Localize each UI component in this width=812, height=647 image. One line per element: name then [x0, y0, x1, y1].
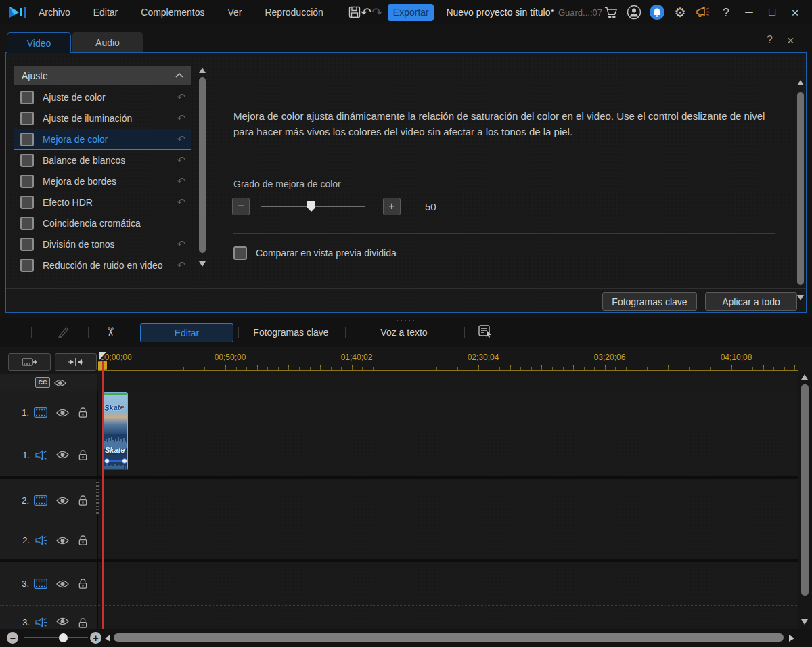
- list-item-reduccion-de-ruido[interactable]: Reducción de ruido en video↶: [14, 254, 191, 275]
- volume-keyframe-handle[interactable]: [104, 458, 110, 464]
- checkbox[interactable]: [20, 175, 34, 188]
- eye-icon[interactable]: [56, 537, 69, 545]
- tab-editar[interactable]: Editar: [140, 324, 233, 342]
- video-track-icon[interactable]: [34, 407, 47, 418]
- lock-open-icon[interactable]: [78, 535, 88, 546]
- scrollbar-thumb[interactable]: [797, 92, 804, 285]
- add-track-button[interactable]: [8, 353, 51, 371]
- zoom-slider-handle[interactable]: [59, 633, 68, 642]
- cart-icon[interactable]: [602, 3, 620, 21]
- close-icon[interactable]: ×: [786, 3, 804, 21]
- checkbox[interactable]: [20, 217, 34, 230]
- track-header-audio-1[interactable]: 1.: [0, 434, 97, 476]
- clip-video-thumbnail[interactable]: Skate: [104, 393, 127, 434]
- export-button[interactable]: Exportar: [388, 4, 434, 21]
- scrollbar-thumb[interactable]: [801, 384, 809, 596]
- settings-gear-icon[interactable]: ⚙: [671, 3, 689, 21]
- eye-icon[interactable]: [56, 617, 69, 625]
- menu-ver[interactable]: Ver: [216, 7, 253, 18]
- list-item-mejora-de-bordes[interactable]: Mejora de bordes↶: [14, 171, 191, 192]
- list-item-coincidencia-cromatica[interactable]: Coincidencia cromática: [14, 213, 191, 233]
- tab-audio[interactable]: Audio: [72, 32, 143, 52]
- scroll-down-icon[interactable]: [797, 295, 804, 300]
- reset-icon[interactable]: ↶: [177, 154, 185, 166]
- list-item-ajuste-de-iluminacion[interactable]: Ajuste de iluminación↶: [14, 108, 191, 129]
- scroll-up-icon[interactable]: [801, 374, 808, 380]
- reset-icon[interactable]: ↶: [177, 238, 185, 250]
- help-icon[interactable]: ?: [717, 3, 735, 21]
- minimize-icon[interactable]: ─: [740, 3, 758, 21]
- scroll-up-icon[interactable]: [199, 68, 206, 73]
- zoom-in-button[interactable]: +: [90, 632, 102, 644]
- checkbox[interactable]: [20, 196, 34, 209]
- apply-to-all-button[interactable]: Aplicar a todo: [705, 292, 797, 311]
- zoom-out-button[interactable]: −: [7, 632, 18, 644]
- panel-help-icon[interactable]: ?: [767, 34, 773, 46]
- tab-video[interactable]: Video: [7, 32, 71, 53]
- maximize-icon[interactable]: □: [763, 3, 781, 21]
- snap-trim-button[interactable]: [55, 353, 97, 371]
- detail-scrollbar[interactable]: [796, 73, 805, 310]
- audio-track-icon[interactable]: [35, 617, 47, 627]
- account-icon[interactable]: [625, 3, 643, 21]
- increase-button[interactable]: +: [383, 198, 401, 215]
- track-header-audio-3[interactable]: 3.: [0, 605, 97, 629]
- list-item-efecto-hdr[interactable]: Efecto HDR↶: [14, 192, 191, 213]
- reset-icon[interactable]: ↶: [177, 259, 185, 271]
- scrollbar-thumb[interactable]: [199, 77, 206, 253]
- compare-checkbox[interactable]: [233, 246, 247, 260]
- eye-icon[interactable]: [56, 409, 69, 417]
- checkbox[interactable]: [20, 112, 34, 125]
- checkbox[interactable]: [20, 133, 34, 146]
- scroll-up-icon[interactable]: [797, 80, 804, 85]
- scroll-right-icon[interactable]: [789, 635, 794, 642]
- lock-open-icon[interactable]: [78, 617, 88, 629]
- reset-icon[interactable]: ↶: [177, 196, 185, 208]
- list-item-division-de-tonos[interactable]: División de tonos↶: [14, 233, 191, 254]
- list-item-ajuste-de-color[interactable]: Ajuste de color↶: [14, 87, 191, 108]
- timeline-vscrollbar[interactable]: [798, 372, 812, 629]
- reset-icon[interactable]: ↶: [177, 133, 185, 146]
- lock-open-icon[interactable]: [78, 578, 88, 589]
- horizontal-scrollbar-thumb[interactable]: [114, 633, 784, 642]
- menu-complementos[interactable]: Complementos: [129, 7, 216, 18]
- menu-reproduccion[interactable]: Reproducción: [253, 7, 334, 18]
- menu-archivo[interactable]: Archivo: [27, 7, 82, 18]
- audio-track-icon[interactable]: [35, 450, 47, 460]
- eye-icon[interactable]: [56, 497, 69, 505]
- tab-voz-a-texto[interactable]: Voz a texto: [359, 324, 449, 341]
- list-header-ajuste[interactable]: Ajuste: [14, 66, 191, 85]
- clip-audio-waveform[interactable]: Skate: [104, 434, 127, 470]
- video-track-icon[interactable]: [34, 495, 47, 506]
- panel-close-icon[interactable]: ×: [787, 34, 794, 48]
- cc-badge[interactable]: CC: [35, 377, 50, 388]
- checkbox[interactable]: [20, 259, 34, 272]
- track-header-audio-2[interactable]: 2.: [0, 522, 97, 559]
- track-header-video-1[interactable]: 1.: [0, 391, 97, 434]
- checkbox[interactable]: [20, 154, 34, 167]
- list-item-mejora-de-color[interactable]: Mejora de color↶: [14, 129, 191, 150]
- list-scrollbar[interactable]: [198, 66, 207, 276]
- eye-icon[interactable]: [56, 451, 69, 459]
- video-track-icon[interactable]: [34, 579, 47, 589]
- track-lane-area[interactable]: [98, 391, 798, 629]
- reset-icon[interactable]: ↶: [177, 175, 185, 187]
- checkbox[interactable]: [20, 91, 34, 104]
- save-icon[interactable]: [348, 3, 361, 21]
- cc-track-lane[interactable]: [98, 374, 798, 392]
- list-item-balance-de-blancos[interactable]: Balance de blancos↶: [14, 150, 191, 171]
- timeline-clip-skate[interactable]: Skate Skate: [103, 392, 128, 470]
- scroll-down-icon[interactable]: [801, 619, 808, 625]
- notes-pointer-icon[interactable]: [478, 325, 493, 341]
- tab-fotogramas-clave[interactable]: Fotogramas clave: [247, 324, 335, 341]
- decrease-button[interactable]: −: [232, 198, 250, 215]
- undo-icon[interactable]: ↶: [361, 3, 371, 21]
- track-header-video-2[interactable]: 2.: [0, 479, 97, 522]
- lock-open-icon[interactable]: [78, 449, 88, 461]
- eye-icon[interactable]: [56, 580, 69, 588]
- keyframes-button[interactable]: Fotogramas clave: [602, 292, 697, 311]
- megaphone-icon[interactable]: [694, 3, 712, 21]
- notifications-icon[interactable]: [648, 3, 666, 21]
- reset-icon[interactable]: ↶: [177, 112, 185, 125]
- eye-icon[interactable]: [54, 378, 66, 390]
